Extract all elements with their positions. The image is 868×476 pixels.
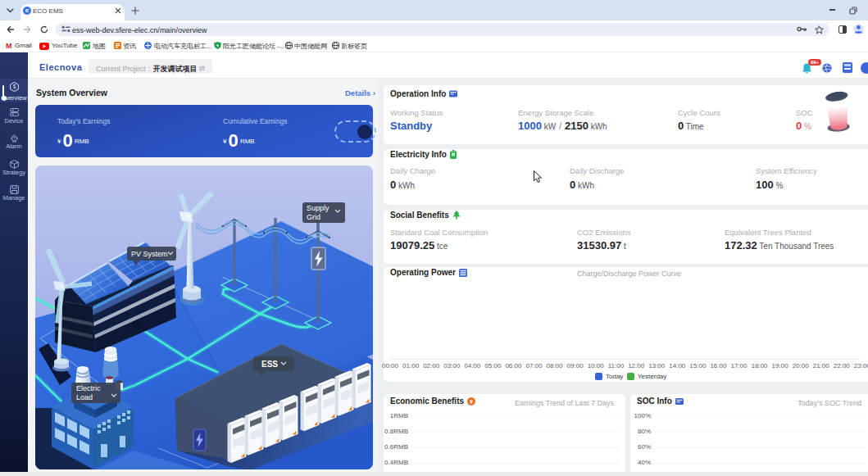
svg-text:PV System: PV System xyxy=(131,250,168,258)
svg-text:Grid: Grid xyxy=(307,213,320,221)
svg-text:ESS: ESS xyxy=(261,360,278,369)
svg-text:Electric: Electric xyxy=(76,384,101,392)
svg-text:$: $ xyxy=(13,84,16,89)
svg-text:Load: Load xyxy=(76,393,93,401)
svg-text:Supply: Supply xyxy=(307,204,329,212)
